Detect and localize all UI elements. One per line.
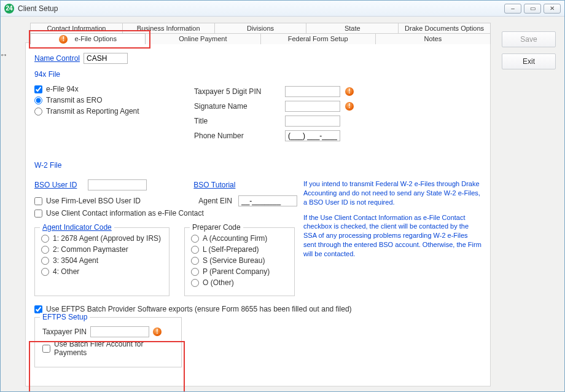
taxpayer-pin-input[interactable]: [285, 86, 340, 97]
use-firm-bso-check[interactable]: [34, 197, 42, 205]
w2-help-text: If you intend to transmit Federal W-2 e-…: [297, 179, 481, 296]
tab-contact-information[interactable]: Contact Information: [30, 23, 123, 34]
bso-user-id-input[interactable]: [88, 179, 147, 190]
w2-help-1: If you intend to transmit Federal W-2 e-…: [303, 179, 481, 207]
content-area: ↔ Contact Information Business Informati…: [1, 17, 564, 391]
use-eftps-batch-export-label: Use EFTPS Batch Provider Software export…: [46, 305, 352, 313]
eftps-setup-fieldset: EFTPS Setup Taxpayer PIN ! Use Batch Fil…: [34, 317, 182, 367]
alert-icon: !: [59, 35, 68, 44]
preparer-code-p[interactable]: P (Parent Company): [191, 267, 288, 276]
bso-user-id-link[interactable]: BSO User ID: [34, 181, 77, 189]
use-eftps-batch-export-check[interactable]: [34, 305, 42, 313]
agent-code-1[interactable]: 1: 2678 Agent (Approved by IRS): [41, 234, 163, 243]
save-button[interactable]: Save: [502, 31, 556, 47]
tab-federal-form-setup[interactable]: Federal Form Setup: [260, 33, 376, 44]
bso-tutorial-link[interactable]: BSO Tutorial: [193, 181, 235, 189]
main-panel: Name Control 94x File e-File 94x: [25, 42, 491, 386]
use-client-contact-check[interactable]: [34, 210, 42, 218]
use-batch-filer-label: Use Batch Filer Account for Payments: [54, 340, 174, 357]
eftps-setup-title: EFTPS Setup: [40, 313, 90, 321]
agent-ein-label: Agent EIN: [198, 197, 232, 205]
use-client-contact-checkbox[interactable]: Use Client Contact information as e-File…: [34, 209, 297, 218]
tab-online-payment[interactable]: Online Payment: [145, 33, 260, 44]
title-label: Title: [194, 117, 280, 125]
alert-icon: !: [345, 102, 354, 111]
phone-label: Phone Number: [194, 131, 280, 140]
use-batch-filer-checkbox[interactable]: Use Batch Filer Account for Payments: [42, 340, 174, 357]
preparer-code-o[interactable]: O (Other): [191, 278, 288, 287]
use-eftps-batch-export-checkbox[interactable]: Use EFTPS Batch Provider Software export…: [34, 305, 481, 313]
tab-efile-options-label: e-File Options: [74, 35, 116, 42]
section-w2: W-2 File BSO User ID BSO Tutorial: [34, 161, 481, 296]
resize-handle-icon: ↔: [1, 50, 8, 60]
window-controls: – ▭ ✕: [504, 4, 561, 14]
maximize-button[interactable]: ▭: [524, 4, 541, 14]
alert-icon: !: [153, 327, 162, 336]
section-94x: 94x File e-File 94x Transmit as ERO: [34, 70, 481, 145]
transmit-ra-label: Transmit as Reporting Agent: [46, 107, 139, 116]
preparer-code-title: Preparer Code: [190, 223, 243, 232]
transmit-ero-radio[interactable]: Transmit as ERO: [34, 96, 157, 104]
close-button[interactable]: ✕: [544, 4, 561, 14]
efile-94x-check[interactable]: [34, 85, 42, 93]
tab-drake-documents[interactable]: Drake Documents Options: [398, 23, 491, 34]
transmit-ero-label: Transmit as ERO: [46, 96, 103, 104]
efile-94x-label: e-File 94x: [46, 85, 79, 93]
exit-button[interactable]: Exit: [502, 53, 556, 69]
title-input[interactable]: [285, 116, 340, 127]
tab-divisions[interactable]: Divisions: [214, 23, 307, 34]
agent-code-3[interactable]: 3: 3504 Agent: [41, 256, 163, 265]
signature-name-input[interactable]: [285, 101, 340, 112]
use-firm-bso-label: Use Firm-Level BSO User ID: [46, 197, 141, 205]
efile-94x-checkbox[interactable]: e-File 94x: [34, 85, 157, 93]
alert-icon: !: [345, 87, 354, 96]
agent-code-4[interactable]: 4: Other: [41, 267, 163, 276]
signature-name-label: Signature Name: [194, 102, 280, 111]
client-setup-window: 24 Client Setup – ▭ ✕ ↔ Contact Informat…: [0, 0, 565, 392]
preparer-code-l[interactable]: L (Self-Prepared): [191, 245, 288, 254]
tab-notes[interactable]: Notes: [375, 33, 491, 44]
transmit-ra-input[interactable]: [34, 108, 42, 116]
window-title: Client Setup: [18, 4, 58, 13]
titlebar: 24 Client Setup – ▭ ✕: [1, 1, 564, 17]
tab-business-information[interactable]: Business Information: [122, 23, 215, 34]
phone-input[interactable]: [285, 130, 340, 141]
preparer-code-fieldset: Preparer Code A (Accounting Firm) L (Sel…: [184, 227, 295, 296]
tabs-row-1: Contact Information Business Information…: [30, 23, 491, 34]
tabs-row-2: ! e-File Options Online Payment Federal …: [30, 33, 491, 44]
agent-indicator-link[interactable]: Agent Indicator Code: [40, 223, 114, 232]
preparer-code-a[interactable]: A (Accounting Firm): [191, 234, 288, 243]
eftps-taxpayer-pin-label: Taxpayer PIN: [42, 327, 87, 336]
tab-efile-options[interactable]: ! e-File Options: [30, 33, 146, 44]
use-batch-filer-check[interactable]: [42, 345, 50, 353]
preparer-code-s[interactable]: S (Service Bureau): [191, 256, 288, 265]
section-w2-title: W-2 File: [34, 161, 481, 170]
w2-help-2: If the Use Client Contact Information as…: [303, 213, 481, 259]
use-firm-bso-checkbox[interactable]: Use Firm-Level BSO User ID: [34, 197, 141, 205]
action-buttons: Save Exit: [502, 31, 556, 69]
use-client-contact-label: Use Client Contact information as e-File…: [46, 209, 204, 218]
agent-code-2[interactable]: 2: Common Paymaster: [41, 245, 163, 254]
section-94x-title: 94x File: [34, 70, 481, 79]
taxpayer-pin-label: Taxpayer 5 Digit PIN: [194, 87, 280, 96]
minimize-button[interactable]: –: [504, 4, 521, 14]
transmit-ra-radio[interactable]: Transmit as Reporting Agent: [34, 107, 157, 116]
name-control-row: Name Control: [34, 53, 481, 64]
name-control-link[interactable]: Name Control: [34, 54, 80, 63]
transmit-ero-input[interactable]: [34, 96, 42, 104]
app-icon: 24: [4, 4, 14, 14]
eftps-taxpayer-pin-input[interactable]: [90, 326, 149, 337]
agent-indicator-fieldset: Agent Indicator Code 1: 2678 Agent (Appr…: [34, 227, 170, 296]
name-control-input[interactable]: [84, 53, 128, 64]
agent-ein-input[interactable]: [238, 195, 297, 206]
tab-state[interactable]: State: [306, 23, 399, 34]
